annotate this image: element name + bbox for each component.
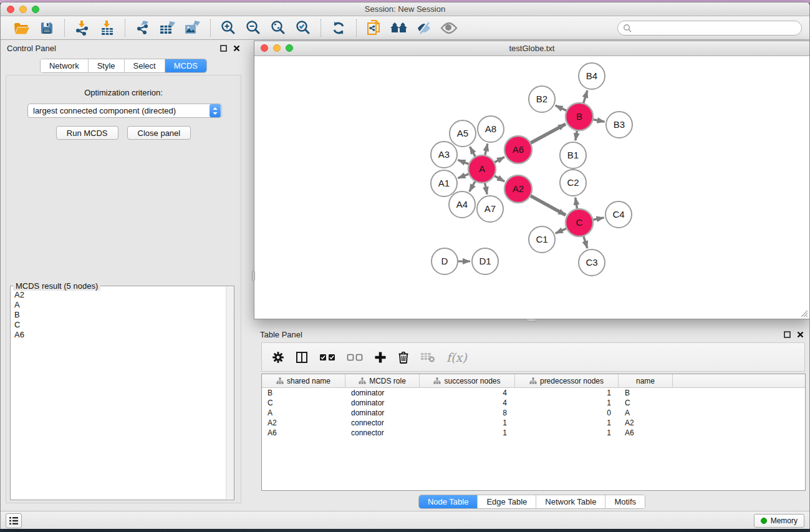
graph-edge-B-B4[interactable] xyxy=(583,90,587,104)
network-window-titlebar[interactable]: testGlobe.txt xyxy=(254,41,809,56)
graph-node-A3[interactable]: A3 xyxy=(431,142,457,168)
network-close-button[interactable] xyxy=(261,44,268,52)
table-row[interactable]: Adominator80A xyxy=(262,408,805,418)
criterion-dropdown[interactable]: largest connected component (directed) xyxy=(27,104,222,118)
resize-grip-icon[interactable] xyxy=(799,309,808,317)
graph-node-C3[interactable]: C3 xyxy=(579,249,605,276)
tab-motifs[interactable]: Motifs xyxy=(605,495,645,508)
delete-column-button[interactable] xyxy=(398,351,409,364)
deselect-all-button[interactable] xyxy=(347,354,363,361)
graph-edge-A-A6[interactable] xyxy=(494,157,504,163)
graph-node-B[interactable]: B xyxy=(566,103,593,130)
graph-edge-A-A1[interactable] xyxy=(458,173,470,178)
tab-network[interactable]: Network xyxy=(41,59,89,72)
graph-edge-A-A4[interactable] xyxy=(470,180,476,191)
graph-node-A4[interactable]: A4 xyxy=(449,191,475,218)
zoom-out-button[interactable] xyxy=(243,19,263,37)
close-panel-icon[interactable] xyxy=(797,331,804,338)
export-image-button[interactable] xyxy=(183,19,203,37)
graph-node-B3[interactable]: B3 xyxy=(606,112,632,138)
mcds-result-item[interactable]: C xyxy=(14,320,234,330)
graph-edge-B-B3[interactable] xyxy=(592,119,605,122)
minimize-window-button[interactable] xyxy=(19,6,27,13)
tab-style[interactable]: Style xyxy=(89,59,125,72)
graph-node-B4[interactable]: B4 xyxy=(579,63,605,89)
tab-mcds[interactable]: MCDS xyxy=(165,59,206,72)
graph-edge-A2-C[interactable] xyxy=(529,195,566,215)
graph-edge-A-A7[interactable] xyxy=(485,182,487,195)
result-scrollbar[interactable] xyxy=(226,287,234,499)
network-canvas[interactable]: B4B2BB3A8A5A6A3B1AC2A1A2A4A7C4CC1DD1C3 xyxy=(254,56,809,319)
select-all-button[interactable] xyxy=(319,354,335,361)
graph-node-C1[interactable]: C1 xyxy=(529,226,555,253)
zoom-in-button[interactable] xyxy=(218,19,238,37)
column-header-successor-nodes[interactable]: successor nodes xyxy=(420,374,515,387)
export-table-button[interactable] xyxy=(158,19,178,37)
graph-edge-A-A3[interactable] xyxy=(458,160,470,164)
run-mcds-button[interactable]: Run MCDS xyxy=(56,126,118,140)
graph-edge-A6-B[interactable] xyxy=(529,124,566,143)
close-window-button[interactable] xyxy=(7,6,14,13)
open-file-button[interactable] xyxy=(12,19,32,37)
task-history-button[interactable] xyxy=(6,513,22,528)
mcds-result-item[interactable]: A2 xyxy=(14,290,234,300)
table-row[interactable]: A2connector11A2 xyxy=(262,418,805,428)
tab-node-table[interactable]: Node Table xyxy=(419,495,478,508)
table-row[interactable]: Bdominator41B xyxy=(262,388,805,398)
table-row[interactable]: A6connector11A6 xyxy=(262,428,805,438)
graph-node-A2[interactable]: A2 xyxy=(504,175,532,203)
graph-node-A7[interactable]: A7 xyxy=(477,196,503,222)
graph-edge-C-C1[interactable] xyxy=(556,228,567,234)
graph-node-A5[interactable]: A5 xyxy=(450,120,476,147)
mcds-result-item[interactable]: A6 xyxy=(14,330,234,340)
table-settings-button[interactable] xyxy=(272,351,284,364)
graph-node-C2[interactable]: C2 xyxy=(560,170,586,196)
panel-layout-button[interactable] xyxy=(296,351,308,364)
graph-node-C4[interactable]: C4 xyxy=(605,201,632,228)
graph-edge-B-B1[interactable] xyxy=(576,130,577,141)
show-all-button[interactable] xyxy=(439,19,459,37)
graph-node-A1[interactable]: A1 xyxy=(431,170,457,196)
hide-selected-button[interactable] xyxy=(414,19,434,37)
zoom-window-button[interactable] xyxy=(32,6,39,13)
graph-edge-B-B2[interactable] xyxy=(556,105,567,111)
graph-edge-C-C3[interactable] xyxy=(583,235,587,248)
graph-edge-A-A2[interactable] xyxy=(493,175,504,181)
column-header-name[interactable]: name xyxy=(619,374,673,387)
graph-node-A8[interactable]: A8 xyxy=(478,116,504,142)
graph-node-B1[interactable]: B1 xyxy=(560,142,586,168)
float-panel-icon[interactable] xyxy=(784,331,791,338)
graph-node-D[interactable]: D xyxy=(432,248,458,274)
import-table-button[interactable] xyxy=(97,19,117,37)
network-zoom-button[interactable] xyxy=(286,44,293,52)
vertical-split-handle[interactable] xyxy=(252,271,255,281)
column-header-shared-name[interactable]: shared name xyxy=(262,374,345,387)
mcds-result-item[interactable]: B xyxy=(14,310,234,320)
graph-edge-C-C4[interactable] xyxy=(592,218,604,220)
duplicate-network-button[interactable] xyxy=(364,19,384,37)
graph-edge-A-A5[interactable] xyxy=(470,147,476,157)
add-column-button[interactable] xyxy=(374,351,387,364)
search-input[interactable] xyxy=(617,21,802,36)
graph-edge-C-C2[interactable] xyxy=(576,198,577,210)
graph-node-A[interactable]: A xyxy=(468,155,496,183)
tab-edge-table[interactable]: Edge Table xyxy=(478,495,536,508)
graph-node-B2[interactable]: B2 xyxy=(529,86,555,112)
save-session-button[interactable] xyxy=(37,19,57,37)
tab-network-table[interactable]: Network Table xyxy=(536,495,605,508)
graph-node-A6[interactable]: A6 xyxy=(504,136,532,163)
memory-button[interactable]: Memory xyxy=(754,514,804,528)
tab-select[interactable]: Select xyxy=(125,59,165,72)
graph-node-C[interactable]: C xyxy=(566,209,593,236)
graph-node-D1[interactable]: D1 xyxy=(472,248,498,274)
table-row[interactable]: Cdominator41C xyxy=(262,398,805,408)
column-header-predecessor-nodes[interactable]: predecessor nodes xyxy=(515,374,619,387)
horizontal-split-handle[interactable] xyxy=(526,319,536,322)
import-network-button[interactable] xyxy=(72,19,92,37)
close-panel-icon[interactable] xyxy=(233,45,240,52)
float-panel-icon[interactable] xyxy=(220,45,227,52)
network-minimize-button[interactable] xyxy=(273,44,281,52)
first-neighbors-button[interactable] xyxy=(389,19,409,37)
delete-table-button[interactable] xyxy=(420,352,435,362)
zoom-selected-button[interactable] xyxy=(293,19,313,37)
